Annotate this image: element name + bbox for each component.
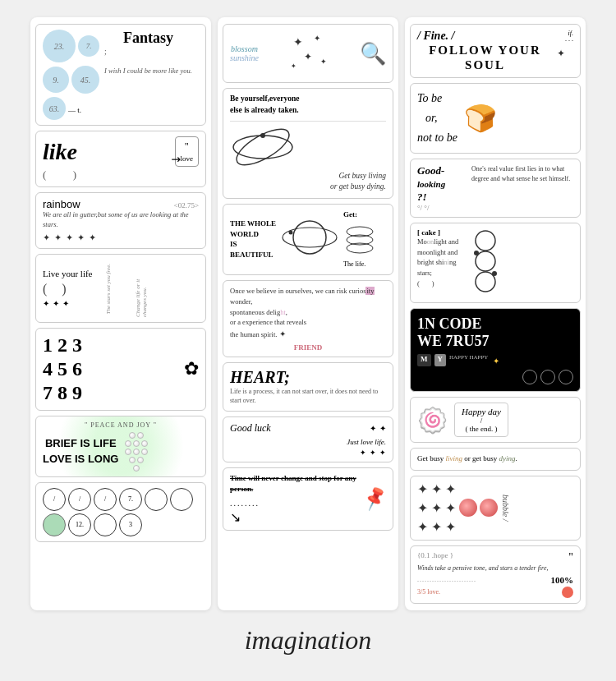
- circles-container: / / / 7. 12. 3: [43, 488, 199, 536]
- circle-3: 3: [119, 513, 142, 536]
- live-parens: (): [43, 282, 92, 297]
- c3: [559, 370, 573, 384]
- sp3: ✦: [445, 481, 456, 497]
- bubble-45: 45.: [71, 66, 99, 94]
- svg-point-18: [492, 271, 497, 276]
- svg-text:✦: ✦: [320, 58, 327, 66]
- rainbow-text: We are all in gutter,but some of us are …: [43, 210, 199, 230]
- happy-day-title: Happy day: [462, 407, 501, 416]
- good-looking-title: Good-looking?!: [417, 164, 467, 204]
- world-line2: WORLD: [230, 230, 259, 238]
- hundred-pct: 100%: [551, 575, 574, 585]
- daisy-container: ✿: [184, 358, 199, 380]
- sp5: ✦: [431, 500, 442, 516]
- sp4: ✦: [417, 500, 428, 516]
- planet-svg: [281, 211, 338, 265]
- sticker-get-busy: Get busy living or get busy dying.: [410, 448, 581, 471]
- roll-cake-icon: 🍥: [417, 406, 448, 435]
- dot3: ✦: [66, 232, 73, 243]
- circle-9: [43, 513, 66, 536]
- sparkle-group: ✦ ✦ ✦ ✦ ✦ ✦ ✦ ✦ ✦: [417, 481, 456, 535]
- if-container: if. · · · ✦: [553, 30, 573, 64]
- oval-stack-svg: [343, 223, 376, 256]
- magnifier-icon: 🔍: [360, 41, 386, 67]
- page-title: imagination: [245, 625, 372, 655]
- change-life-text: Change life or it changes you. The stars…: [99, 260, 148, 317]
- cake-highlight2: ni: [444, 258, 449, 266]
- badge-m: M: [417, 354, 431, 366]
- circle-7: 7.: [119, 488, 142, 511]
- arrow-down-right: ↘: [230, 509, 357, 525]
- svg-point-8: [293, 221, 326, 254]
- world-line4: BEAUTIFUL: [230, 251, 274, 259]
- happy-day-box: Happy day / ( the end. ): [454, 403, 508, 437]
- bubble-9: 9.: [43, 67, 69, 93]
- small-star-svg: ✦: [553, 44, 573, 61]
- world-text: THE WHOLE WORLD IS BEAUTIFUL: [230, 219, 276, 260]
- fantasy-text: I wish I could be more like you.: [104, 59, 192, 76]
- red-circle1: [459, 499, 477, 517]
- sticker-whole-world: THE WHOLE WORLD IS BEAUTIFUL: [223, 204, 393, 276]
- hope-code: {0.1 .hope }: [417, 551, 453, 559]
- fine-dots: · · ·: [553, 37, 573, 44]
- curiosity-highlight: ity: [365, 287, 375, 295]
- circle-empty3: [94, 513, 117, 536]
- circle-12: 12.: [68, 513, 91, 536]
- dash-t: — t.: [68, 103, 81, 114]
- c2: [540, 370, 555, 384]
- get-the-life: Get: The life.: [343, 209, 376, 270]
- svg-point-5: [233, 136, 292, 159]
- pearl-beads: [125, 432, 148, 472]
- luck-star1: ✦: [370, 424, 376, 433]
- jl-star2: ✦: [370, 449, 376, 457]
- sticker-cake: [ cake ] Moonlight andmoonlight andbrigh…: [410, 223, 581, 303]
- star3: ✦: [62, 299, 69, 308]
- svg-point-15: [476, 231, 495, 251]
- like-parens: ( ): [43, 168, 199, 182]
- orbit-svg: [230, 127, 296, 168]
- sticker-circles: / / / 7. 12. 3: [35, 482, 206, 542]
- get-line2: or get busy dying.: [330, 182, 386, 191]
- sp7: ✦: [417, 519, 428, 535]
- the-life-label: The life.: [343, 260, 376, 269]
- sticker-hope: {0.1 .hope } " Winds take a pensive tone…: [410, 545, 581, 604]
- dot4: ✦: [77, 232, 85, 243]
- be-line1: Be yourself,everyone: [230, 94, 299, 103]
- hairpin-container: 📌: [364, 488, 386, 509]
- sticker-rainbow: rainbow <02.75> We are all in gutter,but…: [35, 192, 206, 249]
- to-be-line2: or,: [425, 112, 437, 124]
- strips-container: 23. 7. 9. 45. 63. — t. Fantasy: [12, 17, 604, 610]
- to-be-text: To be or, not to be: [417, 89, 457, 147]
- fantasy-semi: ;: [104, 47, 192, 56]
- world-line3: IS: [230, 240, 237, 248]
- svg-point-6: [232, 127, 294, 168]
- bubble-7: 7.: [78, 35, 99, 57]
- rainbow-title: rainbow: [43, 198, 80, 210]
- code-circles: [417, 370, 573, 384]
- if-text: if.: [553, 30, 573, 37]
- svg-point-10: [289, 230, 293, 234]
- page-wrapper: 23. 7. 9. 45. 63. — t. Fantasy: [0, 1, 616, 679]
- good-luck-title: Good luck: [230, 422, 271, 435]
- svg-text:✦: ✦: [557, 48, 565, 59]
- rainbow-dots: ✦ ✦ ✦ ✦ ✦: [43, 232, 199, 243]
- like-word: like: [43, 139, 77, 165]
- stars-row: ✦ ✦ ✦: [43, 299, 92, 308]
- fine-title: / Fine. /: [417, 30, 553, 43]
- star2: ✦: [53, 299, 59, 308]
- just-love-text: Just love life.: [230, 438, 386, 446]
- once-we-text: Once we believe in ourselves, we can ris…: [230, 286, 386, 340]
- svg-text:✦: ✦: [293, 36, 303, 48]
- code-line2: WE 7RU57: [417, 333, 573, 351]
- circle-slash2: /: [68, 488, 91, 511]
- sticker-be-yourself: Be yourself,everyone else is already tak…: [223, 88, 393, 198]
- value-text: One's real value first lies in to what d…: [471, 164, 573, 212]
- page-title-area: imagination: [12, 625, 604, 656]
- sticker-to-be: To be or, not to be 🍞: [410, 83, 581, 153]
- star1: ✦: [43, 299, 49, 308]
- sticker-star-cluster: blossom sunshine ✦ ✦ ✦ ✦ ✦ 🔍: [223, 24, 393, 83]
- c1: [522, 370, 537, 384]
- sp9: ✦: [445, 519, 456, 535]
- red-circles-group: [459, 499, 498, 517]
- luck-stars: ✦ ✦: [370, 424, 386, 433]
